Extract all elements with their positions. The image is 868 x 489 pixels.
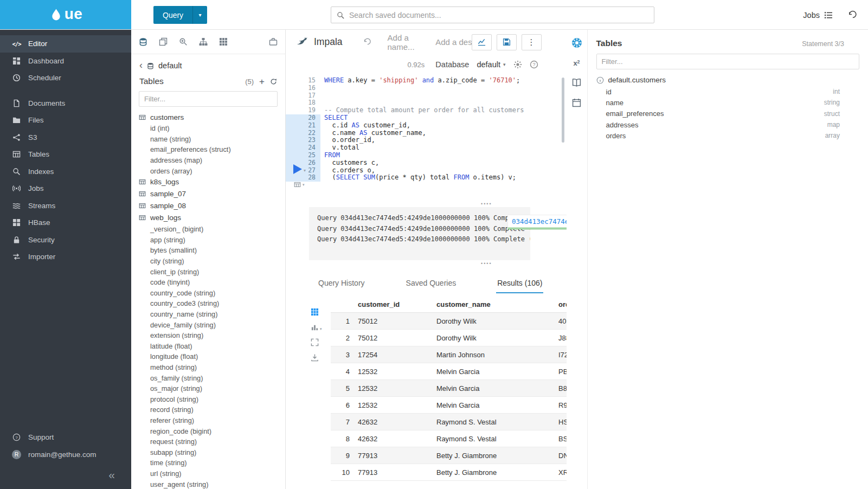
active-table-row[interactable]: default.customers (588, 73, 868, 86)
documents-source-icon[interactable] (159, 37, 168, 46)
tab-saved-queries[interactable]: Saved Queries (405, 274, 458, 293)
column-row-addresses[interactable]: addressesmap (588, 119, 868, 130)
tree-column[interactable]: time (string) (139, 458, 285, 468)
search-input[interactable] (349, 11, 648, 20)
tree-column[interactable]: protocol (string) (139, 394, 285, 404)
tree-column[interactable]: request (string) (139, 436, 285, 447)
tree-table-web-logs[interactable]: web_logs (139, 212, 285, 224)
tree-column[interactable]: subapp (string) (139, 447, 285, 458)
query-dropdown-caret[interactable]: ▾ (192, 6, 207, 24)
sidebar-item-s3[interactable]: S3 (0, 129, 131, 146)
sidebar-collapse-button[interactable]: « (108, 469, 115, 480)
column-row-name[interactable]: namestring (588, 97, 868, 108)
query-history-icon[interactable] (848, 10, 857, 20)
download-results-icon[interactable] (311, 353, 322, 362)
table-row[interactable]: 742632Raymond S. VestalHS31241944 (331, 414, 567, 430)
tree-table-k8s-logs[interactable]: k8s_logs (139, 176, 285, 188)
table-row[interactable]: 512532Melvin GarciaB8623C2507 (331, 380, 567, 397)
save-button[interactable] (497, 34, 517, 50)
resize-handle-top[interactable]: •••• (481, 202, 492, 205)
main-scrollbar[interactable] (562, 78, 564, 143)
expand-results-icon[interactable] (311, 338, 322, 346)
sidebar-item-files[interactable]: Files (0, 112, 131, 129)
tree-column[interactable]: method (string) (139, 362, 285, 373)
tree-column[interactable]: os_major (string) (139, 383, 285, 394)
tree-column[interactable]: country_code (string) (139, 288, 285, 299)
language-reference-book-icon[interactable] (572, 78, 581, 87)
tree-column[interactable]: email_preferences (struct) (139, 144, 285, 155)
sidebar-item-scheduler[interactable]: Scheduler (0, 69, 131, 87)
more-actions-button[interactable]: ⋮ (522, 34, 542, 50)
databases-source-icon[interactable] (139, 37, 147, 46)
tree-column[interactable]: city (string) (139, 256, 285, 267)
query-description-input[interactable]: Add a descriptio... (435, 37, 471, 47)
query-refresh-icon[interactable] (363, 38, 371, 46)
tree-column[interactable]: app (string) (139, 235, 285, 246)
tree-column[interactable]: id (int) (139, 123, 285, 134)
sidebar-item-hbase[interactable]: HBase (0, 214, 131, 231)
tree-column[interactable]: orders (array) (139, 165, 285, 176)
tree-column[interactable]: _version_ (bigint) (139, 224, 285, 235)
table-row[interactable]: 317254Martin JohnsonI72T3918 (331, 346, 567, 363)
table-row[interactable]: 412532Melvin GarciaPB626868 (331, 363, 567, 380)
results-column-header[interactable]: order_id (558, 300, 567, 308)
tree-table-sample-08[interactable]: sample_08 (139, 200, 285, 212)
tree-column[interactable]: longitude (float) (139, 351, 285, 362)
tree-table-sample-07[interactable]: sample_07 (139, 188, 285, 200)
right-filter-input[interactable] (602, 57, 854, 66)
help-icon[interactable]: ? (530, 60, 538, 69)
database-breadcrumb[interactable]: ‹ default (131, 54, 285, 71)
tree-column[interactable]: country_code3 (string) (139, 298, 285, 309)
tree-column[interactable]: record (string) (139, 404, 285, 415)
add-table-icon[interactable]: + (259, 77, 265, 86)
table-row[interactable]: 175012Dorothy Wilk4056711918 (331, 313, 567, 330)
sidebar-item-jobs[interactable]: Jobs (0, 180, 131, 197)
result-limit-icon[interactable]: ▾ (294, 181, 305, 188)
table-filter-input[interactable] (144, 95, 272, 103)
table-row[interactable]: 842632Raymond S. VestalBS59022798 (331, 430, 567, 447)
tree-column[interactable]: name (string) (139, 134, 285, 145)
tree-column[interactable]: user_agent (string) (139, 479, 285, 489)
tree-column[interactable]: os_family (string) (139, 372, 285, 383)
code-editor[interactable]: 15WHERE a.key = 'shipping' and a.zip_cod… (286, 75, 567, 182)
tree-column[interactable]: country_name (string) (139, 309, 285, 320)
apps-source-icon[interactable] (219, 37, 228, 46)
table-row[interactable]: 1077913Betty J. GiambroneXR27714315 (331, 464, 567, 481)
tree-column[interactable]: referer (string) (139, 415, 285, 426)
grid-view-icon[interactable] (311, 308, 322, 316)
sidebar-item-security[interactable]: Security (0, 231, 131, 249)
tab-results-106[interactable]: Results (106) (496, 274, 543, 293)
jobs-link[interactable]: Jobs (803, 11, 833, 20)
column-row-id[interactable]: idint (588, 86, 868, 97)
column-row-email-preferences[interactable]: email_preferencesstruct (588, 108, 868, 119)
query-button[interactable]: Query (153, 6, 192, 24)
tree-column[interactable]: addresses (map) (139, 155, 285, 166)
sidebar-item-tables[interactable]: Tables (0, 146, 131, 163)
collections-bag-icon[interactable] (269, 37, 278, 46)
tree-column[interactable]: bytes (smallint) (139, 245, 285, 256)
tree-column[interactable]: url (string) (139, 468, 285, 479)
sidebar-item-user[interactable]: R romain@gethue.com (0, 446, 131, 464)
sidebar-item-importer[interactable]: Importer (0, 248, 131, 266)
tab-query-history[interactable]: Query History (317, 274, 366, 293)
sidebar-item-documents[interactable]: Documents (0, 95, 131, 112)
tree-column[interactable]: latitude (float) (139, 341, 285, 352)
zoom-in-icon[interactable] (179, 37, 188, 46)
table-row[interactable]: 977913Betty J. GiambroneDN88151320 (331, 447, 567, 464)
tree-table-customers[interactable]: customers (139, 111, 285, 123)
column-row-orders[interactable]: ordersarray (588, 130, 868, 141)
functions-icon[interactable]: x2 (573, 59, 580, 67)
tree-column[interactable]: device_family (string) (139, 319, 285, 330)
editor-assistant-icon[interactable] (571, 37, 582, 48)
sidebar-item-support[interactable]: ? Support (0, 429, 131, 446)
tree-column[interactable]: extension (string) (139, 330, 285, 341)
tree-column[interactable]: region_code (bigint) (139, 426, 285, 436)
execute-button[interactable] (293, 164, 302, 174)
chart-button[interactable] (472, 34, 492, 50)
hdfs-source-icon[interactable] (199, 37, 208, 46)
chart-view-icon[interactable]: ▾ (311, 323, 322, 331)
sidebar-item-dashboard[interactable]: Dashboard (0, 53, 131, 70)
sidebar-item-streams[interactable]: Streams (0, 197, 131, 215)
settings-gear-icon[interactable] (513, 60, 522, 69)
execute-options-caret[interactable]: ▾ (304, 168, 306, 173)
